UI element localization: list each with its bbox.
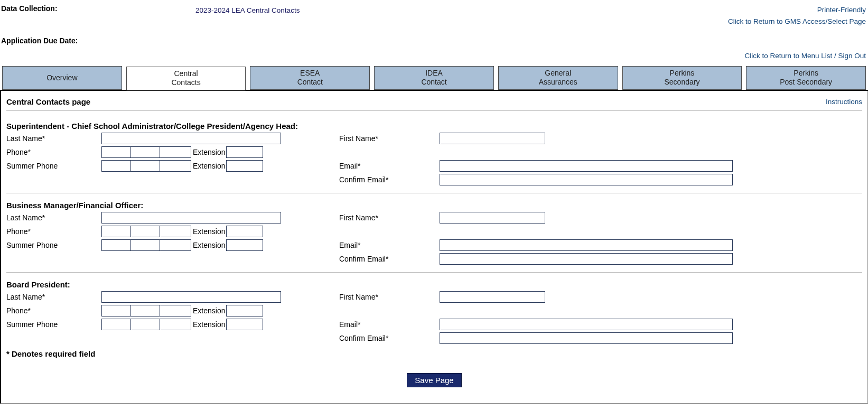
tab-central-contacts[interactable]: Central Contacts: [126, 67, 246, 90]
business-manager-phone-1-input[interactable]: [101, 226, 131, 237]
board-president-summer-phone-ext-input[interactable]: [226, 319, 263, 330]
superintendent-summer-phone-3-input[interactable]: [160, 160, 191, 172]
label-last-name: Last Name*: [6, 293, 101, 301]
board-president-phone-1-input[interactable]: [101, 305, 131, 316]
save-page-button[interactable]: Save Page: [407, 373, 461, 387]
tab-overview[interactable]: Overview: [2, 66, 122, 90]
section-heading-superintendent: Superintendent - Chief School Administra…: [6, 122, 862, 131]
board-president-summer-phone-1-input[interactable]: [101, 319, 131, 330]
tab-perkins-secondary[interactable]: Perkins Secondary: [622, 66, 742, 90]
business-manager-phone-2-input[interactable]: [130, 226, 160, 237]
superintendent-phone-ext-input[interactable]: [226, 146, 263, 158]
return-gms-link[interactable]: Click to Return to GMS Access/Select Pag…: [728, 16, 866, 27]
business-manager-summer-phone-1-input[interactable]: [101, 239, 131, 251]
section-divider: [6, 193, 862, 193]
label-extension: Extension: [193, 306, 225, 315]
tab-general-assurances[interactable]: General Assurances: [498, 66, 618, 90]
label-extension: Extension: [193, 320, 225, 329]
instructions-link[interactable]: Instructions: [826, 98, 862, 106]
superintendent-last-name-input[interactable]: [101, 133, 281, 144]
label-email: Email*: [339, 241, 440, 249]
tab-bar: Overview Central Contacts ESEA Contact I…: [0, 66, 868, 91]
page-title: Central Contacts page: [6, 97, 90, 106]
label-first-name: First Name*: [339, 213, 440, 222]
superintendent-phone-2-input[interactable]: [130, 146, 160, 158]
label-extension: Extension: [193, 148, 225, 156]
business-manager-confirm-email-input[interactable]: [440, 253, 733, 265]
board-president-confirm-email-input[interactable]: [440, 332, 733, 344]
business-manager-summer-phone-3-input[interactable]: [160, 239, 191, 251]
label-extension: Extension: [193, 162, 225, 170]
superintendent-email-input[interactable]: [440, 160, 733, 172]
label-summer-phone: Summer Phone: [6, 162, 101, 170]
section-divider: [6, 272, 862, 273]
section-heading-board-president: Board President:: [6, 280, 862, 289]
required-field-note: * Denotes required field: [6, 349, 862, 358]
section-heading-business-manager: Business Manager/Financial Officer:: [6, 201, 862, 210]
label-summer-phone: Summer Phone: [6, 241, 101, 249]
label-phone: Phone*: [6, 227, 101, 236]
tab-perkins-post-secondary[interactable]: Perkins Post Secondary: [746, 66, 866, 90]
label-confirm-email: Confirm Email*: [339, 175, 440, 184]
label-confirm-email: Confirm Email*: [339, 255, 440, 263]
data-collection-value: 2023-2024 LEA Central Contacts: [195, 4, 300, 14]
label-extension: Extension: [193, 241, 225, 249]
board-president-first-name-input[interactable]: [440, 291, 545, 303]
label-summer-phone: Summer Phone: [6, 320, 101, 329]
business-manager-phone-ext-input[interactable]: [226, 226, 263, 237]
board-president-phone-2-input[interactable]: [130, 305, 160, 316]
board-president-email-input[interactable]: [440, 319, 733, 330]
superintendent-summer-phone-1-input[interactable]: [101, 160, 131, 172]
label-email: Email*: [339, 162, 440, 170]
data-collection-label: Data Collection:: [1, 4, 58, 13]
business-manager-summer-phone-2-input[interactable]: [130, 239, 160, 251]
label-last-name: Last Name*: [6, 213, 101, 222]
label-phone: Phone*: [6, 148, 101, 156]
label-last-name: Last Name*: [6, 134, 101, 143]
tab-idea-contact[interactable]: IDEA Contact: [374, 66, 494, 90]
board-president-last-name-input[interactable]: [101, 291, 281, 303]
business-manager-last-name-input[interactable]: [101, 212, 281, 224]
board-president-summer-phone-3-input[interactable]: [160, 319, 191, 330]
superintendent-summer-phone-ext-input[interactable]: [226, 160, 263, 172]
tab-esea-contact[interactable]: ESEA Contact: [250, 66, 370, 90]
business-manager-email-input[interactable]: [440, 239, 733, 251]
business-manager-phone-3-input[interactable]: [160, 226, 191, 237]
board-president-phone-ext-input[interactable]: [226, 305, 263, 316]
board-president-phone-3-input[interactable]: [160, 305, 191, 316]
label-email: Email*: [339, 320, 440, 329]
superintendent-phone-3-input[interactable]: [160, 146, 191, 158]
superintendent-confirm-email-input[interactable]: [440, 174, 733, 185]
label-phone: Phone*: [6, 306, 101, 315]
due-date-label: Application Due Date:: [1, 36, 78, 45]
return-menu-link[interactable]: Click to Return to Menu List / Sign Out: [744, 52, 866, 60]
label-confirm-email: Confirm Email*: [339, 334, 440, 342]
business-manager-first-name-input[interactable]: [440, 212, 545, 224]
superintendent-phone-1-input[interactable]: [101, 146, 131, 158]
board-president-summer-phone-2-input[interactable]: [130, 319, 160, 330]
superintendent-first-name-input[interactable]: [440, 133, 545, 144]
label-extension: Extension: [193, 227, 225, 236]
business-manager-summer-phone-ext-input[interactable]: [226, 239, 263, 251]
superintendent-summer-phone-2-input[interactable]: [130, 160, 160, 172]
label-first-name: First Name*: [339, 293, 440, 301]
label-first-name: First Name*: [339, 134, 440, 143]
printer-friendly-link[interactable]: Printer-Friendly: [728, 4, 866, 16]
